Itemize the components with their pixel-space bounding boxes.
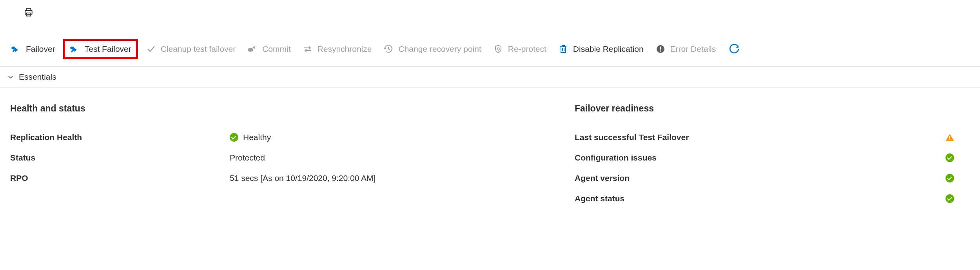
print-icon[interactable] — [24, 7, 980, 17]
change-recovery-point-button: Change recovery point — [379, 42, 485, 57]
status-value: Protected — [230, 153, 265, 162]
replication-health-label: Replication Health — [10, 133, 230, 142]
disable-replication-button[interactable]: Disable Replication — [554, 42, 648, 57]
failover-button[interactable]: Failover — [7, 42, 59, 57]
error-icon — [655, 44, 666, 54]
svg-point-3 — [11, 46, 15, 49]
health-status-heading: Health and status — [10, 103, 230, 114]
resync-icon — [303, 44, 313, 54]
checkmark-icon — [146, 44, 156, 54]
rpo-label: RPO — [10, 173, 230, 183]
error-details-button: Error Details — [652, 42, 720, 57]
failover-icon — [11, 44, 21, 54]
rpo-value: 51 secs [As on 10/19/2020, 9:20:00 AM] — [230, 173, 376, 183]
success-icon — [230, 133, 238, 142]
warning-icon — [946, 134, 954, 141]
resynchronize-button: Resynchronize — [299, 42, 376, 57]
reprotect-label: Re-protect — [508, 44, 546, 54]
test-failover-label: Test Failover — [85, 44, 131, 54]
resync-label: Resynchronize — [318, 44, 372, 54]
cleanup-label: Cleanup test failover — [161, 44, 236, 54]
failover-label: Failover — [26, 44, 55, 54]
disable-replication-label: Disable Replication — [573, 44, 644, 54]
re-protect-button: Re-protect — [489, 42, 550, 57]
refresh-icon — [729, 44, 739, 54]
commit-label: Commit — [262, 44, 290, 54]
success-icon — [946, 153, 954, 162]
agent-status-label: Agent status — [575, 194, 624, 203]
commit-button: Commit — [243, 42, 294, 57]
history-icon — [383, 44, 394, 54]
last-test-failover-label: Last successful Test Failover — [575, 133, 689, 142]
agent-version-label: Agent version — [575, 173, 630, 183]
svg-point-5 — [248, 48, 253, 52]
command-bar: Failover Test Failover Cleanup test fail… — [0, 27, 980, 67]
reprotect-icon — [493, 44, 503, 54]
cleanup-test-failover-button: Cleanup test failover — [142, 42, 240, 57]
status-label: Status — [10, 153, 230, 162]
svg-point-8 — [660, 50, 661, 52]
commit-icon — [247, 44, 258, 54]
essentials-label: Essentials — [19, 72, 56, 82]
test-failover-icon — [70, 44, 80, 54]
trash-icon — [558, 44, 568, 54]
configuration-issues-label: Configuration issues — [575, 153, 657, 162]
test-failover-button[interactable]: Test Failover — [63, 39, 138, 59]
success-icon — [946, 174, 954, 182]
change-recovery-label: Change recovery point — [398, 44, 481, 54]
content-area: Health and status Replication Health Sta… — [0, 88, 980, 230]
replication-health-value: Healthy — [243, 133, 271, 142]
success-icon — [946, 194, 954, 203]
svg-point-4 — [70, 46, 74, 49]
refresh-button[interactable] — [727, 42, 742, 57]
error-details-label: Error Details — [670, 44, 716, 54]
essentials-toggle[interactable]: Essentials — [0, 67, 980, 88]
svg-rect-7 — [660, 46, 661, 49]
chevron-down-icon — [7, 73, 14, 80]
failover-readiness-heading: Failover readiness — [575, 103, 954, 114]
